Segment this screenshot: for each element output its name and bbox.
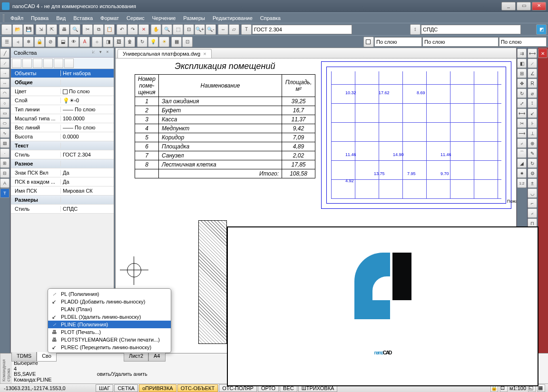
prop-color[interactable]: ЦветПо слою <box>11 87 114 96</box>
prop-ucs-each[interactable]: ПСК в каждом ...Да <box>11 177 114 186</box>
hatch-button[interactable]: ▨ <box>0 138 10 148</box>
ac-item[interactable]: 🖶PLOTSTYLEMANAGER (Стили печати...) <box>48 336 171 343</box>
menu-dims[interactable]: Размеры <box>180 14 208 22</box>
fillet-button[interactable]: ⌒ <box>517 148 527 158</box>
zoom-window-button[interactable]: ⬚ <box>173 24 183 35</box>
prop-height[interactable]: Высота0.0000 <box>11 132 114 141</box>
close-tab-icon[interactable]: × <box>203 51 206 57</box>
ac-item-selected[interactable]: ⟋PLINE (Полилиния) <box>48 321 171 328</box>
group-text[interactable]: Текст <box>11 143 61 148</box>
dim-base-button[interactable]: ⊥ <box>528 128 537 138</box>
menu-draw[interactable]: Черчение <box>149 14 179 22</box>
dim-tol-button[interactable]: ± <box>528 178 537 188</box>
ray-button[interactable]: → <box>0 69 10 78</box>
layer0-button[interactable]: ⊡ <box>182 37 193 47</box>
xline-button[interactable]: ↔ <box>0 78 10 88</box>
line-button[interactable]: ╱ <box>0 49 10 58</box>
polyline-button[interactable]: ⟋ <box>0 59 10 68</box>
move-button[interactable]: ✥ <box>517 78 527 88</box>
textstyle-icon[interactable]: T <box>241 24 252 35</box>
area-button[interactable]: ▱ <box>229 24 239 35</box>
zoom-button[interactable]: 🔍 <box>162 24 172 35</box>
import-button[interactable]: ⇲ <box>36 24 46 35</box>
layer-off-button[interactable]: ⊘ <box>45 37 56 47</box>
dim-jog-button[interactable]: ⌐ <box>528 198 537 208</box>
table-button[interactable]: ⊟ <box>0 168 10 178</box>
minimize-button[interactable]: _ <box>501 2 516 10</box>
toggle-pik-button[interactable] <box>12 59 21 68</box>
properties-title[interactable]: Свойства ⟀ ▾ × <box>11 48 114 58</box>
prop-ltscale[interactable]: Масштаб типа ...100.0000 <box>11 114 114 123</box>
maximize-button[interactable]: ▭ <box>517 2 531 10</box>
menu-edit[interactable]: Правка <box>28 14 51 22</box>
select-filter-button[interactable] <box>33 59 42 68</box>
object-selector-row[interactable]: Объекты Нет набора <box>11 69 114 78</box>
ac-item[interactable]: ⟋PL (Полилиния) <box>48 290 171 298</box>
dimstyle-icon[interactable]: ⟟ <box>410 24 421 35</box>
snap-toggle[interactable]: ШАГ <box>96 384 113 392</box>
rect-button[interactable]: ▭ <box>0 108 10 118</box>
nanocad-logo-button[interactable]: ◩ <box>536 24 547 35</box>
cut-button[interactable]: ✂ <box>82 24 93 35</box>
scale-button[interactable]: ⤢ <box>517 98 527 108</box>
dim-arc-button[interactable]: ◡ <box>528 188 537 198</box>
viewport-icon[interactable]: ▦ <box>538 384 545 392</box>
osnap-toggle[interactable]: оПРИВЯЗКА <box>139 384 176 392</box>
mtext-button[interactable]: A <box>0 178 10 188</box>
ac-item[interactable]: ↙PLREC (Перецепить линию-выноску) <box>48 343 171 351</box>
prop-ucs-on[interactable]: Знак ПСК ВклДа <box>11 168 114 177</box>
dimstyle-input[interactable] <box>421 25 521 34</box>
block-ins-button[interactable]: ⊞ <box>0 158 10 168</box>
sheet-tab[interactable]: А4 <box>148 352 165 362</box>
tab-properties[interactable]: Сво <box>37 352 57 362</box>
dist-button[interactable]: ↔ <box>218 24 228 35</box>
zoom-extents-button[interactable]: ⊡ <box>184 24 194 35</box>
color-input[interactable] <box>374 37 422 47</box>
paste-button[interactable]: 📋 <box>104 24 115 35</box>
redo-button[interactable]: ↷ <box>127 24 138 35</box>
sun-button[interactable]: ☀ <box>159 37 169 47</box>
undo-button[interactable]: ↶ <box>117 24 127 35</box>
layer-iso-button[interactable]: ⬓ <box>58 37 68 47</box>
dim-leader-button[interactable]: ↙ <box>528 108 537 118</box>
prop-layer[interactable]: Слой💡☀▫0 <box>11 96 114 105</box>
array-button[interactable]: ⊞ <box>517 69 527 78</box>
block-button[interactable]: ▦ <box>171 37 182 47</box>
match-button[interactable]: ⟐ <box>92 37 102 47</box>
dim-cont-button[interactable]: ⊦ <box>528 118 537 128</box>
color-button[interactable] <box>363 37 374 47</box>
pin-icon[interactable]: ⟀ <box>90 49 97 56</box>
menu-format[interactable]: Формат <box>98 14 122 22</box>
menu-service[interactable]: Сервис <box>124 14 147 22</box>
dim-angular-button[interactable]: ∠ <box>528 69 537 78</box>
plot-button[interactable]: 🖶 <box>59 24 69 35</box>
spline-button[interactable]: ∿ <box>0 128 10 138</box>
menu-modify[interactable]: Редактирование <box>210 14 255 22</box>
zoom-in-button[interactable]: 🔍+ <box>195 24 205 35</box>
otrack-toggle[interactable]: ОТС-ОБЪЕКТ <box>177 384 218 392</box>
group-dims[interactable]: Размеры <box>11 197 61 203</box>
layer-prev-button[interactable]: ◃ <box>12 37 23 47</box>
quick-select-button[interactable] <box>22 59 32 68</box>
linetype-input[interactable] <box>422 37 499 47</box>
dim-break-button[interactable]: ⌿ <box>528 208 537 218</box>
text-button[interactable]: T <box>0 188 10 198</box>
dim-aligned-button[interactable]: ⟋ <box>528 59 537 68</box>
ac-item[interactable]: 🖶PLOT (Печать...) <box>48 328 171 336</box>
props-misc3-button[interactable] <box>64 59 74 68</box>
ratio-button[interactable]: 1:2 <box>517 178 527 188</box>
font-icon[interactable]: A <box>79 37 90 47</box>
open-button[interactable]: 📂 <box>12 24 23 35</box>
grid-toggle[interactable]: СЕТКА <box>114 384 138 392</box>
menu-insert[interactable]: Вставка <box>70 14 96 22</box>
close-doc-button[interactable]: ✕ <box>538 49 548 58</box>
trim-button[interactable]: ✂ <box>517 118 527 128</box>
arc-button[interactable]: ◠ <box>0 88 10 98</box>
prop-lweight[interactable]: Вес линий—— По слою <box>11 123 114 132</box>
light-button[interactable]: 💡 <box>148 37 158 47</box>
dim-ord-button[interactable]: ⟟ <box>528 98 537 108</box>
menu-file[interactable]: Файл <box>8 14 26 22</box>
purge-button[interactable]: 🗑 <box>125 37 135 47</box>
props-misc1-button[interactable] <box>43 59 53 68</box>
mirror-button[interactable]: ◧ <box>517 59 527 68</box>
